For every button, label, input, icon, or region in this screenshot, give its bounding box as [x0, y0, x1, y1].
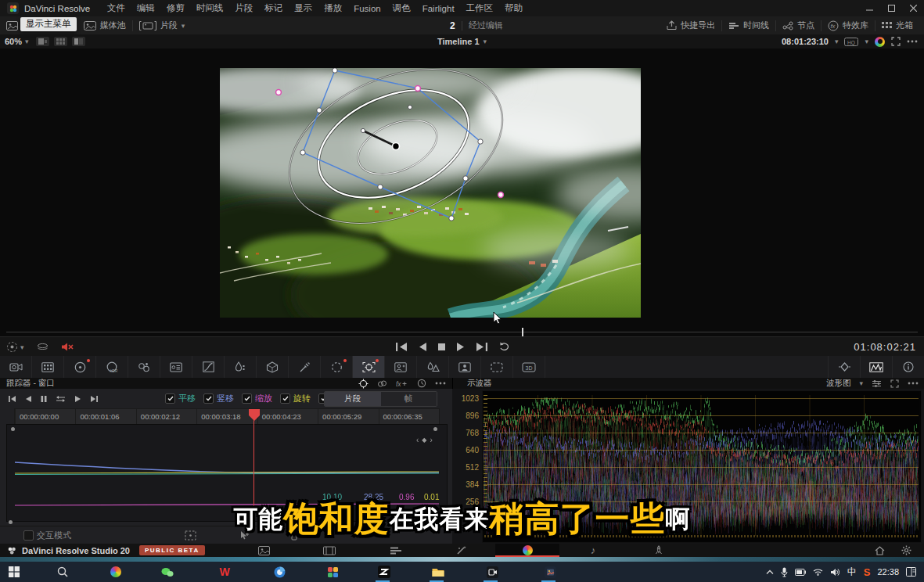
color-wheels-tool[interactable] [64, 356, 96, 378]
scope-expand-icon[interactable] [890, 379, 899, 388]
chevron-down-icon[interactable]: ▾ [835, 38, 839, 45]
scope-settings-icon[interactable] [872, 379, 882, 388]
camera-raw-tool[interactable] [0, 356, 32, 378]
gamut-indicator-button[interactable]: ▾ [6, 341, 24, 353]
timeline-selector[interactable]: Timeline 1 ▾ [437, 37, 487, 46]
tray-expand-icon[interactable] [766, 569, 774, 575]
grid-viewer-toggle[interactable] [54, 37, 67, 46]
notification-icon[interactable] [906, 567, 916, 577]
maximize-button[interactable] [880, 0, 902, 16]
pan-checkbox[interactable] [165, 393, 175, 404]
loop-button[interactable] [498, 342, 511, 352]
app-logo-icon[interactable] [7, 2, 19, 14]
battery-icon[interactable] [795, 569, 806, 576]
magic-mask-tool[interactable] [385, 356, 417, 378]
track-to-start-button[interactable] [8, 395, 16, 403]
taskbar-app-photos[interactable] [542, 564, 558, 580]
expand-viewer-icon[interactable] [891, 37, 901, 46]
microphone-icon[interactable] [781, 567, 788, 577]
page-media[interactable] [250, 544, 278, 557]
timeline-view-button[interactable]: 时间线 [722, 16, 775, 34]
pause-button[interactable] [41, 395, 47, 403]
blur-tool[interactable] [417, 356, 449, 378]
taskbar-app-browser[interactable] [271, 564, 287, 580]
qualifier-tool[interactable] [225, 356, 257, 378]
grade-bypass-icon[interactable] [875, 37, 885, 47]
quick-export-button[interactable]: 快捷导出 [660, 16, 721, 34]
menu-help[interactable]: 帮助 [499, 2, 529, 14]
key-tool[interactable] [449, 356, 481, 378]
stereo-3d-tool[interactable]: 3D [513, 356, 545, 378]
search-icon[interactable] [55, 564, 70, 580]
interactive-mode-checkbox[interactable] [23, 530, 34, 541]
speaker-icon[interactable] [830, 568, 840, 577]
keyframe-diamond-icon[interactable]: ◆ [422, 436, 426, 444]
tab-frame[interactable]: 帧 [381, 392, 437, 406]
video-frame[interactable] [220, 68, 641, 318]
page-color[interactable] [513, 544, 541, 557]
menu-workspace[interactable]: 工作区 [460, 2, 499, 14]
tracker-options-icon[interactable] [435, 382, 446, 385]
taskbar-app-wechat[interactable] [160, 564, 175, 580]
menu-file[interactable]: 文件 [101, 2, 131, 14]
tracker-ruler[interactable]: 00:00:00:00 00:00:01:06 00:00:02:12 00:0… [14, 408, 440, 426]
page-edit[interactable] [382, 544, 410, 557]
split-viewer-toggle[interactable] [72, 37, 85, 46]
viewer-scrub-playhead[interactable] [522, 328, 523, 336]
menu-clip[interactable]: 片段 [229, 2, 259, 14]
track-both-button[interactable] [56, 395, 66, 403]
sogou-input-icon[interactable]: S [864, 566, 871, 578]
next-keyframe-icon[interactable]: › [430, 436, 433, 444]
play-reverse-button[interactable] [418, 342, 427, 352]
menu-fairlight[interactable]: Fairlight [416, 4, 460, 13]
page-cut[interactable] [315, 544, 343, 557]
clips-button[interactable]: 片段 ▾ [133, 16, 192, 34]
power-window-tool[interactable] [321, 356, 353, 378]
mute-button[interactable] [61, 342, 74, 352]
lightbox-button[interactable]: 光箱 [875, 16, 919, 34]
tracker-tool[interactable] [353, 356, 385, 378]
taskbar-app-explorer[interactable] [430, 564, 446, 580]
menu-edit[interactable]: 编辑 [131, 2, 160, 14]
chevron-down-icon[interactable]: ▾ [859, 379, 863, 387]
primaries-bars-tool[interactable] [128, 356, 160, 378]
taskbar-app-colorwheel[interactable] [108, 564, 124, 580]
rotate-checkbox[interactable] [280, 393, 290, 404]
clock[interactable]: 22:38 [877, 567, 899, 577]
layers-button[interactable] [37, 343, 49, 352]
fx-add-icon[interactable]: fx [396, 379, 408, 388]
chevron-down-icon[interactable]: ▾ [865, 38, 868, 45]
nodes-button[interactable]: 节点 [776, 16, 821, 34]
color-slice-tool[interactable] [160, 356, 192, 378]
color-match-tool[interactable] [32, 356, 64, 378]
track-to-end-button[interactable] [90, 395, 99, 403]
cloud-track-icon[interactable] [377, 379, 387, 388]
track-reverse-button[interactable] [25, 395, 32, 403]
color-warper-tool[interactable] [257, 356, 289, 378]
wifi-icon[interactable] [813, 568, 823, 576]
settings-gear-icon[interactable] [892, 544, 920, 557]
viewer-options-icon[interactable] [907, 40, 918, 43]
menu-timeline[interactable]: 时间线 [190, 2, 229, 14]
play-button[interactable] [456, 342, 466, 352]
taskbar-app-z[interactable] [376, 564, 392, 580]
zoom-checkbox[interactable] [242, 393, 252, 404]
effects-library-button[interactable]: fx 特效库 [822, 16, 875, 34]
tab-clip[interactable]: 片段 [325, 392, 381, 406]
page-fairlight[interactable]: ♪ [579, 544, 607, 557]
info-panel-button[interactable] [892, 356, 924, 378]
last-frame-button[interactable] [476, 342, 488, 352]
start-button[interactable] [6, 564, 22, 580]
track-forward-button[interactable] [74, 395, 81, 403]
single-viewer-toggle[interactable] [36, 37, 49, 46]
track-target-icon[interactable] [358, 379, 369, 389]
minimize-button[interactable] [858, 0, 880, 16]
viewer-scrub-bar[interactable] [6, 332, 918, 332]
tracker-playhead-marker[interactable] [248, 408, 261, 422]
scope-mode-select[interactable]: 波形图 [826, 378, 851, 389]
page-deliver[interactable] [645, 544, 673, 557]
prev-keyframe-icon[interactable]: ‹ [416, 436, 419, 444]
sizing-tool[interactable] [481, 356, 513, 378]
media-pool-button[interactable]: 媒体池 [77, 16, 132, 34]
zoom-level-select[interactable]: 60% ▾ [0, 37, 34, 46]
